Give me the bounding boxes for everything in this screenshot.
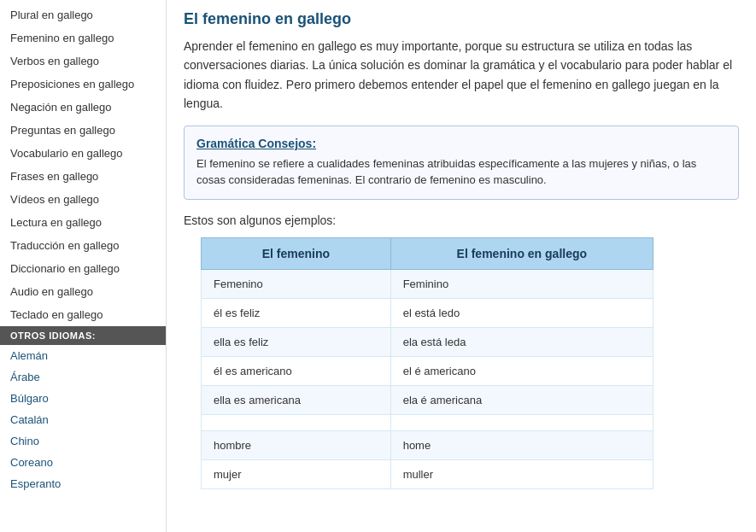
language-link[interactable]: Alemán [0,345,166,366]
main-content: El femenino en gallego Aprender el femen… [167,0,756,532]
table-cell-col1: él es feliz [202,298,391,327]
table-row: ella es felizela está leda [202,327,653,356]
language-link[interactable]: Búlgaro [0,388,166,409]
sidebar-item[interactable]: Femenino en gallego [0,26,166,50]
intro-text: Aprender el femenino en gallego es muy i… [184,37,739,114]
table-row: mujermuller [202,459,653,488]
table-cell-col1: hombre [202,430,391,459]
sidebar-item[interactable]: Teclado en gallego [0,303,166,326]
sidebar: Plural en gallegoFemenino en gallegoVerb… [0,0,167,532]
table-cell-col2: home [390,430,653,459]
table-row: él es americanoel é americano [202,356,653,385]
table-cell-col2: ela é americana [390,385,653,414]
sidebar-item[interactable]: Negación en gallego [0,96,166,119]
sidebar-item[interactable]: Verbos en gallego [0,50,166,73]
sidebar-item[interactable]: Preposiciones en gallego [0,73,166,96]
grammar-box-text: El femenino se refiere a cualidades feme… [196,155,726,189]
table-cell-col1: mujer [202,459,391,488]
col1-header: El femenino [202,237,391,269]
table-row [202,414,653,430]
other-languages-header: OTROS IDIOMAS: [0,326,166,345]
language-link[interactable]: Coreano [0,452,166,473]
sidebar-item[interactable]: Plural en gallego [0,3,166,26]
table-row: ella es americanaela é americana [202,385,653,414]
table-cell-col2: el está ledo [390,298,653,327]
table-row: él es felizel está ledo [202,298,653,327]
sidebar-item[interactable]: Frases en gallego [0,165,166,188]
table-cell-col2: Feminino [390,269,653,298]
language-link[interactable]: Esperanto [0,473,166,494]
grammar-box-title: Gramática Consejos: [196,137,726,150]
sidebar-item[interactable]: Vídeos en gallego [0,188,166,211]
table-row: FemeninoFeminino [202,269,653,298]
table-cell-col2: el é americano [390,356,653,385]
language-link[interactable]: Chino [0,430,166,452]
examples-intro: Estos son algunos ejemplos: [184,213,739,227]
table-row: hombrehome [202,430,653,459]
grammar-box: Gramática Consejos: El femenino se refie… [184,126,739,200]
comparison-table: El femenino El femenino en gallego Femen… [201,237,653,489]
language-link[interactable]: Árabe [0,366,166,388]
table-cell-col2: muller [390,459,653,488]
language-link[interactable]: Catalán [0,409,166,430]
sidebar-item[interactable]: Diccionario en gallego [0,257,166,280]
col2-header: El femenino en gallego [390,237,653,269]
sidebar-item[interactable]: Vocabulario en gallego [0,142,166,165]
table-cell-col1: ella es feliz [202,327,391,356]
sidebar-item[interactable]: Traducción en gallego [0,234,166,257]
sidebar-item[interactable]: Audio en gallego [0,280,166,303]
sidebar-item[interactable]: Preguntas en gallego [0,119,166,142]
table-cell-col1: ella es americana [202,385,391,414]
table-cell-col1: Femenino [202,269,391,298]
page-title: El femenino en gallego [184,10,739,28]
table-cell-col2: ela está leda [390,327,653,356]
table-cell-col1: él es americano [202,356,391,385]
sidebar-item[interactable]: Lectura en gallego [0,211,166,234]
